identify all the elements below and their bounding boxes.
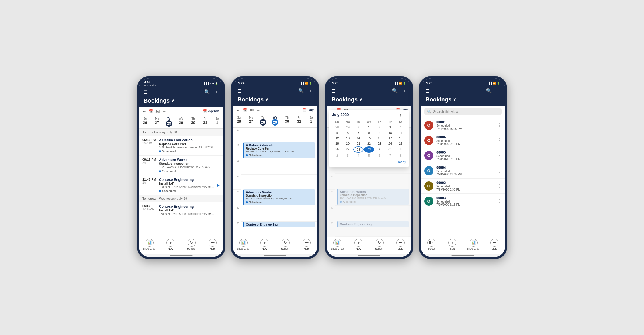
- duration-2: 2h: [142, 161, 156, 164]
- slot-22-2: [241, 206, 317, 222]
- chevron-down-icon-2: ∨: [265, 97, 268, 102]
- view-switcher-2[interactable]: 📅 Day: [302, 108, 314, 112]
- add-icon-4[interactable]: ＋: [496, 88, 500, 94]
- wday-tu-1[interactable]: Tu28: [163, 116, 175, 128]
- event-block-2-2[interactable]: Adventure Works Standard Inspection 162 …: [243, 189, 315, 205]
- agenda-item-4[interactable]: ENDS 12:45 AM Contoso Engineering Instal…: [139, 202, 223, 218]
- signal-icon-1: ▐▐▐: [203, 82, 209, 85]
- agenda-item-3[interactable]: 11:45 PM 1h Contoso Engineering Install …: [139, 175, 223, 195]
- new-btn-3[interactable]: ＋ New: [348, 239, 369, 250]
- next-month-1[interactable]: →: [162, 109, 166, 113]
- app-title-1[interactable]: Bookings ∨: [144, 97, 219, 104]
- list-item-00005[interactable]: O 00005 Scheduled 7/28/2020 9:15 PM ⋮: [421, 148, 505, 163]
- list-item-00006[interactable]: O 00006 Scheduled 7/28/2020 6:15 PM ⋮: [421, 133, 505, 148]
- slot-19-2: [241, 159, 317, 175]
- list-item-00001[interactable]: O 00001 Scheduled 7/24/2020 10:00 PM ⋮: [421, 118, 505, 133]
- calendar-popup-3[interactable]: July 2020 ↑ ↓ Su Mo Tu We Th Fr Sa 28: [329, 110, 409, 167]
- wday-fr-1: Fr31: [199, 116, 211, 128]
- wday-sa-1: Sa1: [211, 116, 223, 128]
- status-icons-2: ▐▐ 📶 🔋: [300, 82, 312, 85]
- list-item-00004[interactable]: O 00004 Scheduled 7/28/2020 11:45 PM ⋮: [421, 163, 505, 179]
- popup-down-3[interactable]: ↓: [404, 113, 406, 117]
- menu-icon-4[interactable]: ☰: [425, 88, 429, 94]
- prev-month-2[interactable]: ←: [236, 108, 240, 112]
- slot-20-2: [241, 175, 317, 190]
- popup-up-3[interactable]: ↑: [400, 113, 402, 117]
- search-icon-1[interactable]: 🔍: [204, 89, 210, 95]
- show-chart-btn-1[interactable]: 📊 Show Chart: [139, 239, 160, 250]
- list-status-00001: Scheduled: [436, 124, 494, 127]
- search-icon-3[interactable]: 🔍: [392, 88, 398, 94]
- list-more-00006[interactable]: ⋮: [497, 138, 502, 143]
- more-icon-4: •••: [490, 239, 498, 247]
- list-id-00006: 00006: [436, 135, 494, 139]
- more-btn-2[interactable]: ••• More: [296, 239, 317, 250]
- add-icon-1[interactable]: ＋: [214, 89, 219, 95]
- menu-icon-2[interactable]: ☰: [237, 88, 242, 94]
- app-title-4[interactable]: Bookings ∨: [425, 96, 500, 103]
- search-box-4[interactable]: 🔍 Search this view: [424, 108, 502, 115]
- list-more-00003[interactable]: ⋮: [497, 198, 502, 204]
- refresh-btn-1[interactable]: ↻ Refresh: [181, 239, 202, 250]
- wday-tu-2[interactable]: Tu28: [257, 115, 269, 127]
- ts-20-2: 20: [233, 174, 241, 190]
- app-title-2[interactable]: Bookings ∨: [237, 96, 313, 103]
- new-btn-1[interactable]: ＋ New: [160, 239, 181, 250]
- show-chart-btn-4[interactable]: 📊 Show Chart: [463, 239, 484, 250]
- list-item-00003[interactable]: O 00003 Scheduled 7/29/2020 6:15 PM ⋮: [421, 194, 505, 209]
- agenda-item-1[interactable]: 06:15 PM 2h 30m A Datum Fabrication Repl…: [139, 136, 223, 156]
- next-month-2[interactable]: →: [256, 108, 260, 112]
- wday-we-2[interactable]: We29: [269, 115, 281, 127]
- prev-month-1[interactable]: ←: [142, 109, 146, 113]
- list-more-00005[interactable]: ⋮: [497, 153, 502, 158]
- show-chart-btn-2[interactable]: 📊 Show Chart: [233, 239, 254, 250]
- phone-3: 9:25 ▐▐ 📶 🔋 ☰ 🔍 ＋ Bookings ∨: [325, 76, 413, 259]
- home-indicator-3: [358, 255, 380, 256]
- search-icon-2[interactable]: 🔍: [298, 88, 304, 94]
- add-icon-2[interactable]: ＋: [308, 88, 313, 94]
- slot-18-2[interactable]: A Datum Fabrication Replace Core Part 30…: [241, 142, 317, 159]
- status-time-4: 9:28: [426, 81, 432, 85]
- menu-icon-1[interactable]: ☰: [144, 89, 148, 95]
- agenda-list-1: Today - Tuesday, July 28 06:15 PM 2h 30m…: [139, 129, 223, 237]
- calendar-icon-2: 📅: [242, 108, 247, 112]
- show-chart-btn-3[interactable]: 📊 Show Chart: [327, 239, 348, 250]
- menu-icon-3[interactable]: ☰: [331, 88, 335, 94]
- refresh-btn-3[interactable]: ↻ Refresh: [369, 239, 390, 250]
- list-more-00001[interactable]: ⋮: [497, 122, 502, 128]
- current-day-3[interactable]: 28: [353, 146, 364, 153]
- slot-21-2[interactable]: Adventure Works Standard Inspection 162 …: [241, 189, 317, 206]
- agenda-item-2[interactable]: 09:15 PM 2h Adventure Works Standard Ins…: [139, 156, 223, 175]
- list-more-00002[interactable]: ⋮: [497, 183, 502, 189]
- add-icon-3[interactable]: ＋: [402, 88, 407, 94]
- more-btn-4[interactable]: ••• More: [484, 239, 505, 250]
- selected-day-3[interactable]: 29: [364, 146, 374, 153]
- wday-th-2: Th30: [281, 115, 293, 127]
- search-placeholder-4: Search this view: [433, 110, 458, 114]
- more-btn-3[interactable]: ••• More: [390, 239, 411, 250]
- more-icon-3: •••: [396, 239, 405, 247]
- today-btn-3[interactable]: Today: [332, 158, 406, 164]
- refresh-btn-2[interactable]: ↻ Refresh: [275, 239, 296, 250]
- list-more-00004[interactable]: ⋮: [497, 168, 502, 173]
- address-2: 162 S Avenue, Bloomington, MN, 55425: [159, 166, 220, 169]
- sort-btn-4[interactable]: ↕ Sort: [442, 239, 463, 250]
- status-label-1: Scheduled: [162, 150, 176, 153]
- app-title-3[interactable]: Bookings ∨: [331, 96, 407, 103]
- chevron-down-icon-4: ∨: [453, 97, 456, 102]
- company-1: A Datum Fabrication: [159, 138, 220, 142]
- new-btn-2[interactable]: ＋ New: [254, 239, 275, 250]
- event-block-3-2[interactable]: Contoso Engineering: [243, 222, 315, 227]
- time-main-2: 09:15 PM: [142, 158, 156, 161]
- select-btn-4[interactable]: ☰✓ Select: [421, 239, 442, 250]
- event-block-1-2[interactable]: A Datum Fabrication Replace Core Part 30…: [243, 142, 315, 158]
- slot-23-2[interactable]: Contoso Engineering: [241, 222, 317, 237]
- bottom-toolbar-1: 📊 Show Chart ＋ New ↻ Refresh ••• More: [139, 237, 223, 254]
- view-switcher-1[interactable]: 📅 Agenda: [203, 109, 220, 113]
- search-icon-4[interactable]: 🔍: [486, 88, 492, 94]
- status-icons-1: ▐▐▐ 5G● 🔋: [203, 82, 218, 85]
- new-icon-3: ＋: [354, 239, 362, 247]
- list-item-00002[interactable]: O 00002 Scheduled 7/29/2020 3:30 PM ⋮: [421, 179, 505, 194]
- nav-bar-3: ☰ 🔍 ＋: [327, 87, 411, 96]
- more-btn-1[interactable]: ••• More: [202, 239, 223, 250]
